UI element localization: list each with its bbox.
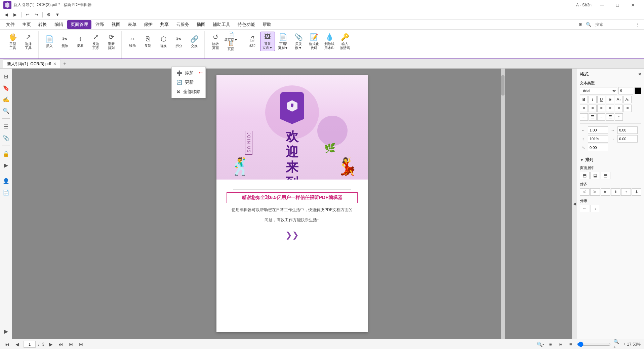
dropdown-update-item[interactable]: 🔄 更新 [172,78,205,87]
align-center-button[interactable]: ≡ [589,105,597,112]
search-btn[interactable]: 🔍 [585,21,592,28]
menu-view[interactable]: 视图 [108,20,124,29]
sidebar-bookmark-btn[interactable]: 🔖 [1,83,11,93]
scrollbar-thumb[interactable] [501,75,505,95]
qa-undo-btn[interactable]: ↩ [24,11,31,18]
sidebar-attach-btn[interactable]: 📎 [1,133,11,143]
menu-help[interactable]: 帮助 [259,20,275,29]
dist-v-btn[interactable]: ↕ [591,205,600,212]
list-btn-3[interactable]: → [597,113,605,121]
ribbon-background-btn[interactable]: 🖼 背景页面▼ [260,32,275,51]
sidebar-user-btn[interactable]: 👤 [1,176,11,186]
sidebar-video-btn[interactable]: ▶ [1,160,11,170]
ribbon-page-order-btn[interactable]: 📋 页面 [224,42,238,50]
panel-toggle-btn[interactable]: ◀ [572,69,577,339]
view-mode-btn2[interactable]: ⊟ [557,341,564,348]
align-left-obj[interactable]: ⫷ [580,188,590,196]
nav-last-btn[interactable]: ⏭ [57,341,65,348]
ribbon-hand-tool[interactable]: 🖐 手型工具 [5,32,20,51]
ribbon-watermark-btn[interactable]: 🖨 水印 [245,32,259,51]
italic-button[interactable]: I [589,96,597,103]
ribbon-reverse-btn[interactable]: ⤢ 反选页序 [88,32,103,51]
menu-edit[interactable]: 编辑 [51,20,67,29]
center-top-right[interactable]: ⬒ [601,172,610,179]
menu-convert[interactable]: 转换 [35,20,50,29]
ribbon-copy-btn[interactable]: ⎘ 复制 [140,32,155,51]
panel-close-btn[interactable]: ✕ [638,72,641,77]
qa-redo-btn[interactable]: ↪ [33,11,40,18]
ribbon-rotate-btn[interactable]: ↺ 旋转页面 [208,32,223,51]
list-btn-2[interactable]: ☰ [589,113,597,121]
center-top[interactable]: ⬓ [590,172,600,179]
align-right-button[interactable]: ≡ [597,105,605,112]
ribbon-insert-btn[interactable]: 📄 插入 [42,32,57,51]
minimize-button[interactable]: ─ [594,0,610,10]
strikethrough-button[interactable]: S [606,96,614,103]
superscript-button[interactable]: A↑ [615,96,623,103]
close-button[interactable]: ✕ [625,0,641,10]
search-input[interactable] [593,21,633,28]
ribbon-split-btn[interactable]: ✂ 拆分 [171,32,186,51]
spacing-input-1[interactable] [588,126,608,134]
list-btn-5[interactable]: ↕ [615,113,623,121]
list-btn-1[interactable]: ← [580,113,588,121]
menu-protect[interactable]: 保护 [140,20,156,29]
ribbon-bates-btn[interactable]: 📎 贝茨数▼ [291,32,306,51]
menu-share[interactable]: 共享 [157,20,172,29]
qa-back-btn[interactable]: ◀ [3,11,10,18]
center-top-left[interactable]: ⬒ [580,172,590,179]
nav-next-btn[interactable]: ▶ [47,341,54,348]
menu-file[interactable]: 文件 [3,20,18,29]
vertical-scrollbar[interactable] [501,69,505,339]
zoom-in-btn[interactable]: 🔍+ [613,341,621,348]
align-center-obj[interactable]: ⫸ [590,188,600,196]
ribbon-crop-btn[interactable]: 📄 裁页面▼ [224,33,238,41]
sidebar-security-btn[interactable]: 🔒 [1,149,11,159]
qa-dropdown-btn[interactable]: ▼ [54,11,61,18]
subscript-button[interactable]: A↓ [623,96,632,103]
nav-fit-page-btn[interactable]: ⊟ [77,341,85,348]
sidebar-page-thumbnail-btn[interactable]: ⊞ [1,71,11,81]
menu-annotation[interactable]: 注释 [92,20,108,29]
ribbon-format-code-btn[interactable]: 📝 格式化代码 [307,32,321,51]
ribbon-move-btn[interactable]: ↔ 移动 [125,32,140,51]
spacing-input-2[interactable] [617,126,638,134]
ribbon-select-tool[interactable]: ↗ 选择工具 [21,32,36,51]
ribbon-remove-trial-btn[interactable]: 💧 删除试用水印 [322,32,337,51]
dist-h-btn[interactable]: ↔ [580,205,589,212]
view-mode-btn1[interactable]: ⊞ [547,341,554,348]
align-bottom-obj[interactable]: ⬇ [632,188,641,196]
tab-close-btn[interactable]: ✕ [53,62,56,66]
sidebar-expand-btn[interactable]: ▶ [1,326,11,336]
menu-page-manage[interactable]: 页面管理 [67,20,91,29]
ribbon-swap-btn[interactable]: 🔗 交换 [187,32,202,51]
font-size-input[interactable] [618,87,633,94]
list-btn-4[interactable]: ☰ [606,113,614,121]
font-color-picker[interactable] [635,87,641,94]
align-right-obj[interactable]: ⫸ [601,188,610,196]
spacing-input-5[interactable] [588,144,608,151]
align-middle-obj[interactable]: ↕ [621,188,631,196]
nav-fit-width-btn[interactable]: ⊞ [67,341,75,348]
dropdown-remove-all-item[interactable]: ✖ 全部移除 [172,87,205,96]
ribbon-delete-btn[interactable]: ✂ 删除 [57,32,72,51]
qa-forward-btn[interactable]: ▶ [11,11,19,18]
nav-prev-btn[interactable]: ◀ [13,341,21,348]
tab-add-btn[interactable]: + [61,60,69,68]
layout-toggle-btn[interactable]: ⊞ [577,21,584,28]
zoom-slider[interactable] [577,342,611,347]
align-distribute-button[interactable]: ≡ [615,105,623,112]
menu-cloud[interactable]: 云服务 [173,20,193,29]
sidebar-search-btn[interactable]: 🔍 [1,106,11,116]
menu-features[interactable]: 特色功能 [234,20,258,29]
font-select[interactable]: Arial [580,87,617,94]
menu-tools[interactable]: 辅助工具 [209,20,234,29]
menu-home[interactable]: 主页 [19,20,34,29]
underline-button[interactable]: U [597,96,605,103]
menu-form[interactable]: 表单 [124,20,140,29]
more-btn[interactable]: ⋮ [634,21,641,28]
menu-illustration[interactable]: 插图 [193,20,209,29]
align-more-button[interactable]: ≡ [623,105,632,112]
bold-button[interactable]: B [580,96,588,103]
ribbon-activate-btn[interactable]: 🔑 输入激活码 [337,32,352,51]
